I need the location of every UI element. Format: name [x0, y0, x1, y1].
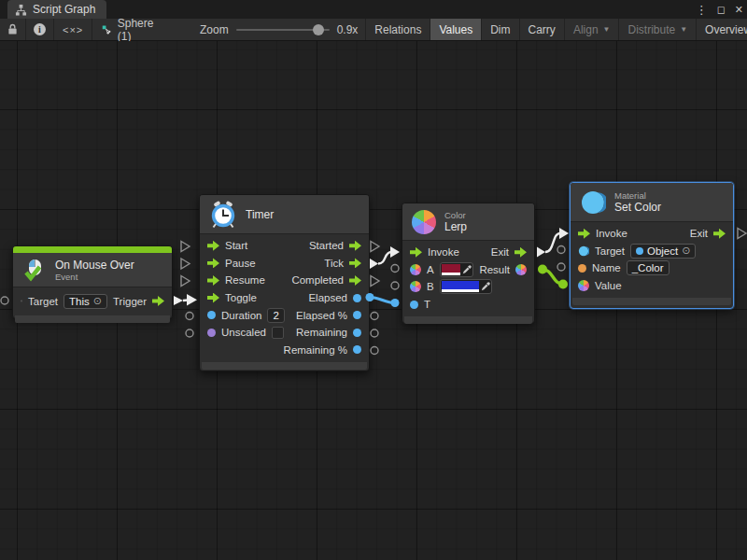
color-a-field[interactable] [440, 262, 474, 277]
dim-button[interactable]: Dim [482, 19, 519, 40]
lock-button[interactable] [0, 19, 26, 40]
port-row: Target Object ⊙ [571, 243, 733, 260]
port-t-in[interactable] [391, 299, 400, 307]
node-title: On Mouse Over [55, 259, 134, 272]
port-trigger-out[interactable] [174, 296, 183, 305]
port-unscaled-in[interactable] [186, 329, 193, 337]
port-label: A [427, 264, 434, 275]
port-resume-in[interactable] [181, 276, 190, 287]
graph-context[interactable]: Sphere (1) [92, 19, 166, 40]
port-setcolor-invoke-in[interactable] [559, 228, 569, 239]
port-pause-in[interactable] [181, 259, 190, 269]
port-duration-in[interactable] [186, 313, 193, 320]
event-accent-bar [13, 246, 172, 253]
code-view-button[interactable]: <×> [54, 19, 92, 40]
value-out-icon [353, 311, 361, 319]
node-footer [15, 315, 170, 323]
port-setcolor-exit-out[interactable] [738, 229, 746, 239]
object-picker-icon: ⊙ [682, 245, 690, 257]
port-row: T [402, 296, 534, 314]
node-set-color[interactable]: Material Set Color Invoke Exit Target [570, 182, 734, 309]
eyedropper-icon[interactable] [481, 282, 490, 291]
node-color-lerp[interactable]: Color Lerp Invoke Exit A [402, 203, 535, 324]
object-dot-icon [636, 247, 643, 255]
material-port-icon [578, 245, 589, 257]
port-lerp-invoke-in[interactable] [390, 246, 400, 258]
node-timer[interactable]: Timer Start Started Pause Tick [199, 194, 370, 371]
port-tick-out[interactable] [370, 259, 378, 269]
port-remaining-pct-out[interactable] [371, 347, 378, 355]
flow-in-icon [207, 293, 219, 303]
port-remaining-out[interactable] [371, 329, 378, 337]
close-icon[interactable]: ✕ [735, 4, 743, 16]
color-b-field[interactable] [440, 279, 492, 294]
node-title: Lerp [444, 220, 467, 233]
name-field[interactable]: _Color [627, 260, 669, 275]
port-label: Tick [324, 258, 344, 269]
eyedropper-icon[interactable] [462, 265, 472, 274]
value-in-icon [207, 329, 216, 337]
zoom-slider-handle[interactable] [313, 24, 324, 35]
timer-icon [209, 201, 237, 229]
port-elapsed-pct-out[interactable] [371, 313, 378, 320]
port-completed-out[interactable] [371, 276, 379, 287]
tab-title: Script Graph [33, 3, 95, 16]
value-in-icon [207, 311, 216, 319]
align-dropdown[interactable]: Align ▼ [565, 19, 620, 40]
graph-hierarchy-icon [15, 4, 27, 16]
port-row: Invoke Exit [571, 225, 733, 243]
port-lerp-exit-out[interactable] [537, 247, 545, 258]
flow-in-icon [207, 258, 219, 268]
duration-field[interactable]: 2 [267, 308, 284, 323]
relations-button[interactable]: Relations [366, 19, 430, 40]
node-footer [404, 316, 532, 324]
maximize-icon[interactable]: ◻ [717, 4, 726, 16]
node-subtitle: Event [55, 272, 134, 282]
trigger-port-label: Trigger [113, 296, 147, 307]
window-menu-icon[interactable]: ⋮ [696, 3, 708, 17]
tab-script-graph[interactable]: Script Graph [7, 0, 106, 19]
port-a-in[interactable] [391, 265, 399, 273]
wire-trigger-to-toggle [183, 301, 188, 301]
zoom-slider[interactable] [236, 29, 330, 31]
carry-button[interactable]: Carry [520, 19, 565, 40]
target-value-field[interactable]: This ⊙ [63, 294, 107, 309]
port-row: Duration 2 Elapsed % [200, 306, 369, 324]
color-port-icon [410, 264, 421, 275]
port-b-in[interactable] [391, 282, 399, 289]
flow-out-icon [152, 296, 164, 306]
port-label: Unscaled [221, 327, 266, 338]
align-label: Align [573, 23, 599, 36]
port-label: Pause [225, 258, 256, 269]
port-start-in[interactable] [181, 242, 190, 252]
port-row: Start Started [200, 237, 369, 255]
flow-in-icon [410, 247, 422, 258]
port-label: Exit [690, 228, 708, 239]
unscaled-checkbox[interactable] [272, 327, 284, 339]
flow-out-icon [514, 247, 527, 258]
port-toggle-in[interactable] [187, 294, 197, 306]
port-row: Name _Color [571, 259, 733, 277]
flow-out-icon [349, 275, 361, 286]
info-button[interactable]: i [26, 19, 54, 40]
graph-canvas[interactable]: On Mouse Over Event Target This ⊙ Trigge… [0, 41, 747, 560]
overview-button[interactable]: Overview [697, 19, 747, 40]
distribute-label: Distribute [627, 23, 675, 36]
value-out-icon [353, 329, 361, 337]
distribute-dropdown[interactable]: Distribute ▼ [619, 19, 697, 40]
port-result-out[interactable] [538, 265, 547, 274]
port-target-in[interactable] [1, 297, 8, 304]
target-object-field[interactable]: Object ⊙ [630, 244, 696, 259]
port-started-out[interactable] [371, 242, 379, 252]
values-button[interactable]: Values [430, 19, 482, 40]
node-on-mouse-over[interactable]: On Mouse Over Event Target This ⊙ Trigge… [12, 245, 173, 319]
port-label: Exit [491, 246, 509, 258]
port-setcolor-name-in[interactable] [557, 263, 565, 271]
wire-elapsed-to-t [370, 298, 395, 303]
port-label: Duration [221, 310, 261, 321]
port-label: Value [595, 280, 622, 291]
graph-toolbar: i <×> Sphere (1) Zoom 0.9x Relations Val… [0, 19, 747, 41]
port-value-in[interactable] [558, 280, 568, 289]
port-setcolor-target-in[interactable] [557, 246, 565, 254]
value-in-icon [410, 301, 418, 309]
